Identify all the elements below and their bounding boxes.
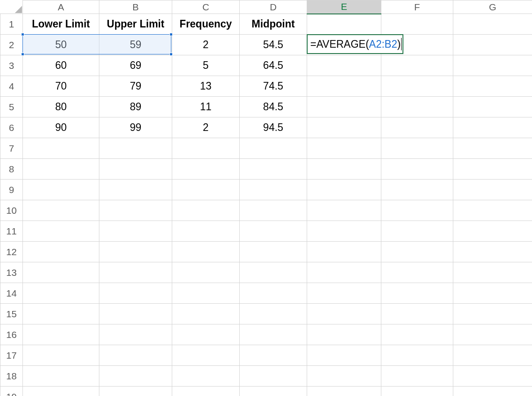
cell-A11[interactable] (23, 221, 99, 242)
cell-E15[interactable] (307, 304, 381, 324)
cell-A13[interactable] (23, 262, 99, 283)
cell-D1[interactable]: Midpoint (240, 14, 307, 35)
cell-B17[interactable] (99, 345, 172, 366)
cell-A15[interactable] (23, 304, 99, 324)
cell-B15[interactable] (99, 304, 172, 324)
cell-C11[interactable] (172, 221, 240, 242)
cell-A17[interactable] (23, 345, 99, 366)
cell-E16[interactable] (307, 324, 381, 345)
cell-E7[interactable] (307, 138, 381, 159)
cell-C9[interactable] (172, 180, 240, 200)
row-header-9[interactable]: 9 (0, 180, 23, 200)
cell-A5[interactable]: 80 (23, 97, 99, 117)
cell-A19[interactable] (23, 387, 99, 396)
cell-C5[interactable]: 11 (172, 97, 240, 117)
cell-F10[interactable] (381, 200, 453, 221)
cell-F18[interactable] (381, 366, 453, 387)
column-header-C[interactable]: C (172, 0, 240, 14)
cell-E9[interactable] (307, 180, 381, 200)
cell-D17[interactable] (240, 345, 307, 366)
cell-E10[interactable] (307, 200, 381, 221)
cell-F1[interactable] (381, 14, 453, 35)
cell-C10[interactable] (172, 200, 240, 221)
cell-D18[interactable] (240, 366, 307, 387)
cell-F6[interactable] (381, 117, 453, 138)
cell-A14[interactable] (23, 283, 99, 304)
cell-B18[interactable] (99, 366, 172, 387)
cell-C15[interactable] (172, 304, 240, 324)
cell-E1[interactable] (307, 14, 381, 35)
column-header-E[interactable]: E (307, 0, 381, 14)
cell-G11[interactable] (453, 221, 532, 242)
cell-E13[interactable] (307, 262, 381, 283)
cell-D11[interactable] (240, 221, 307, 242)
cell-D10[interactable] (240, 200, 307, 221)
cell-D4[interactable]: 74.5 (240, 76, 307, 97)
cell-G9[interactable] (453, 180, 532, 200)
cell-G7[interactable] (453, 138, 532, 159)
cell-B16[interactable] (99, 324, 172, 345)
cell-G14[interactable] (453, 283, 532, 304)
cell-B13[interactable] (99, 262, 172, 283)
row-header-4[interactable]: 4 (0, 76, 23, 97)
cell-B2[interactable]: 59 (99, 35, 172, 55)
cell-G2[interactable] (453, 35, 532, 55)
cell-F12[interactable] (381, 242, 453, 262)
cell-C13[interactable] (172, 262, 240, 283)
cell-F7[interactable] (381, 138, 453, 159)
cell-B10[interactable] (99, 200, 172, 221)
cell-F14[interactable] (381, 283, 453, 304)
cell-A2[interactable]: 50 (23, 35, 99, 55)
cell-D9[interactable] (240, 180, 307, 200)
row-header-14[interactable]: 14 (0, 283, 23, 304)
cell-B14[interactable] (99, 283, 172, 304)
cell-G13[interactable] (453, 262, 532, 283)
cell-A1[interactable]: Lower Limit (23, 14, 99, 35)
cell-F9[interactable] (381, 180, 453, 200)
cell-D14[interactable] (240, 283, 307, 304)
cell-B4[interactable]: 79 (99, 76, 172, 97)
column-header-F[interactable]: F (381, 0, 453, 14)
cell-E3[interactable] (307, 55, 381, 76)
cell-B12[interactable] (99, 242, 172, 262)
cell-D2[interactable]: 54.5 (240, 35, 307, 55)
cell-A10[interactable] (23, 200, 99, 221)
column-header-D[interactable]: D (240, 0, 307, 14)
cell-C18[interactable] (172, 366, 240, 387)
cell-F13[interactable] (381, 262, 453, 283)
cell-F11[interactable] (381, 221, 453, 242)
spreadsheet-grid[interactable]: A B C D E F G 1Lower LimitUpper LimitFre… (0, 0, 532, 396)
cell-C1[interactable]: Frequency (172, 14, 240, 35)
cell-B1[interactable]: Upper Limit (99, 14, 172, 35)
cell-C2[interactable]: 2 (172, 35, 240, 55)
cell-B6[interactable]: 99 (99, 117, 172, 138)
row-header-12[interactable]: 12 (0, 242, 23, 262)
cell-G3[interactable] (453, 55, 532, 76)
cell-D6[interactable]: 94.5 (240, 117, 307, 138)
cell-D13[interactable] (240, 262, 307, 283)
cell-G18[interactable] (453, 366, 532, 387)
cell-A4[interactable]: 70 (23, 76, 99, 97)
cell-A6[interactable]: 90 (23, 117, 99, 138)
column-header-A[interactable]: A (23, 0, 99, 14)
cell-F4[interactable] (381, 76, 453, 97)
cell-F19[interactable] (381, 387, 453, 396)
cell-F5[interactable] (381, 97, 453, 117)
cell-G5[interactable] (453, 97, 532, 117)
column-header-G[interactable]: G (453, 0, 532, 14)
cell-C8[interactable] (172, 159, 240, 180)
row-header-19[interactable]: 19 (0, 387, 23, 396)
cell-G19[interactable] (453, 387, 532, 396)
cell-B19[interactable] (99, 387, 172, 396)
cell-D16[interactable] (240, 324, 307, 345)
row-header-8[interactable]: 8 (0, 159, 23, 180)
cell-A9[interactable] (23, 180, 99, 200)
cell-G16[interactable] (453, 324, 532, 345)
cell-B7[interactable] (99, 138, 172, 159)
cell-C19[interactable] (172, 387, 240, 396)
cell-F15[interactable] (381, 304, 453, 324)
select-all-corner[interactable] (0, 0, 23, 14)
row-header-17[interactable]: 17 (0, 345, 23, 366)
cell-G1[interactable] (453, 14, 532, 35)
cell-G15[interactable] (453, 304, 532, 324)
